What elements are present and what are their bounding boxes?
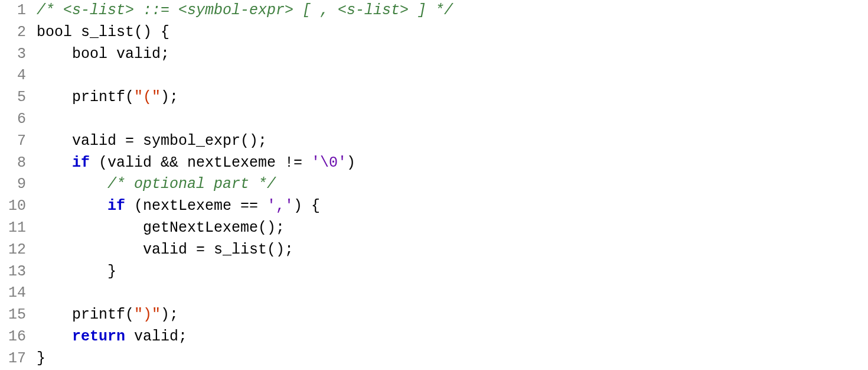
code-line: 8 if (valid && nextLexeme != '\0') <box>0 152 868 174</box>
code-content: bool valid; <box>37 44 169 66</box>
code-line: 3 bool valid; <box>0 44 868 66</box>
line-number: 7 <box>0 131 37 152</box>
line-number: 10 <box>0 196 37 218</box>
line-number: 16 <box>0 326 37 348</box>
line-number: 13 <box>0 261 37 283</box>
code-line: 6 <box>0 109 868 131</box>
line-number: 14 <box>0 283 37 304</box>
line-number: 2 <box>0 22 37 44</box>
code-listing: 1/* <s-list> ::= <symbol-expr> [ , <s-li… <box>0 0 868 370</box>
code-line: 5 printf("("); <box>0 87 868 109</box>
code-content: } <box>37 348 45 370</box>
code-line: 16 return valid; <box>0 326 868 348</box>
line-number: 4 <box>0 65 37 87</box>
line-number: 6 <box>0 109 37 131</box>
code-line: 14 <box>0 283 868 304</box>
code-content: bool s_list() { <box>37 22 169 44</box>
code-content: } <box>37 261 116 283</box>
code-content: valid = s_list(); <box>37 239 293 261</box>
code-line: 15 printf(")"); <box>0 304 868 326</box>
code-content: printf(")"); <box>37 304 178 326</box>
code-content: printf("("); <box>37 87 178 109</box>
code-line: 10 if (nextLexeme == ',') { <box>0 196 868 218</box>
code-line: 12 valid = s_list(); <box>0 239 868 261</box>
code-line: 2bool s_list() { <box>0 22 868 44</box>
code-line: 11 getNextLexeme(); <box>0 218 868 239</box>
code-content: getNextLexeme(); <box>37 218 285 239</box>
code-content: if (valid && nextLexeme != '\0') <box>37 152 355 174</box>
code-content: /* optional part */ <box>37 174 276 196</box>
code-line: 9 /* optional part */ <box>0 174 868 196</box>
line-number: 11 <box>0 218 37 239</box>
code-content: valid = symbol_expr(); <box>37 131 267 152</box>
code-content: if (nextLexeme == ',') { <box>37 196 320 218</box>
line-number: 8 <box>0 152 37 174</box>
line-number: 9 <box>0 174 37 196</box>
line-number: 12 <box>0 239 37 261</box>
code-line: 17} <box>0 348 868 370</box>
code-content: return valid; <box>37 326 187 348</box>
line-number: 1 <box>0 0 37 22</box>
code-line: 1/* <s-list> ::= <symbol-expr> [ , <s-li… <box>0 0 868 22</box>
line-number: 5 <box>0 87 37 109</box>
code-line: 7 valid = symbol_expr(); <box>0 131 868 152</box>
code-line: 4 <box>0 65 868 87</box>
line-number: 3 <box>0 44 37 66</box>
code-content: /* <s-list> ::= <symbol-expr> [ , <s-lis… <box>37 0 453 22</box>
line-number: 17 <box>0 348 37 370</box>
line-number: 15 <box>0 304 37 326</box>
code-line: 13 } <box>0 261 868 283</box>
